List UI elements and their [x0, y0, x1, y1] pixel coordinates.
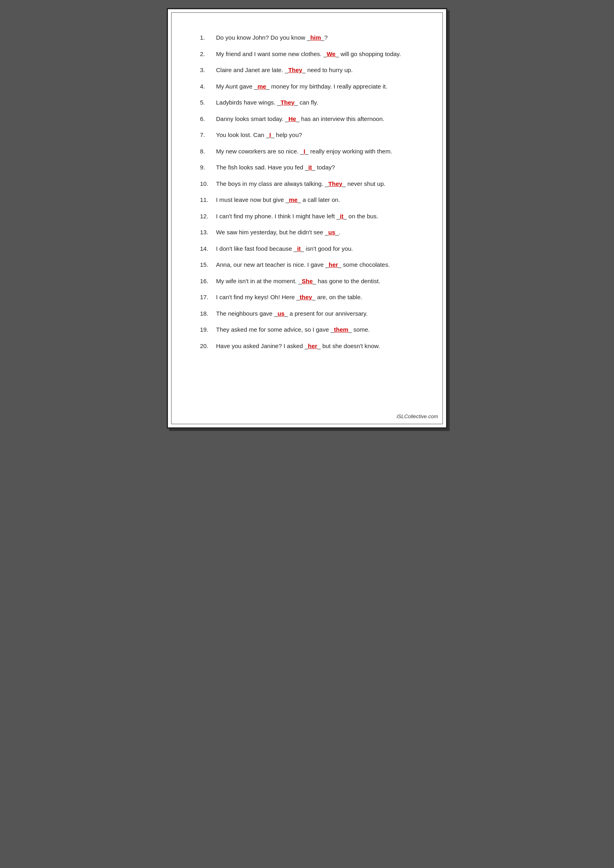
sentence-number: 8.: [200, 147, 216, 156]
sentence-text: We saw him yesterday, but he didn't see …: [216, 228, 422, 237]
pronoun-highlight: him: [310, 34, 321, 41]
sentences-list: 1.Do you know John? Do you know _him_?2.…: [200, 33, 422, 350]
sentence-number: 15.: [200, 260, 216, 270]
pronoun-highlight: us: [328, 229, 335, 236]
sentence-text: I can't find my phone. I think I might h…: [216, 212, 422, 221]
sentence-number: 18.: [200, 309, 216, 318]
sentence-number: 3.: [200, 66, 216, 75]
sentence-text: Claire and Janet are late. _They_ need t…: [216, 66, 422, 75]
list-item: 19.They asked me for some advice, so I g…: [200, 325, 422, 334]
list-item: 18.The neighbours gave _us_ a present fo…: [200, 309, 422, 318]
pronoun-highlight: We: [327, 50, 335, 57]
pronoun-highlight: me: [289, 196, 298, 203]
sentence-text: Anna, our new art teacher is nice. I gav…: [216, 260, 422, 270]
list-item: 10.The boys in my class are always talki…: [200, 179, 422, 189]
watermark: iSLCollective.com: [397, 413, 438, 419]
sentence-text: Have you asked Janine? I asked _her_ but…: [216, 342, 422, 351]
pronoun-highlight: They: [288, 66, 302, 73]
list-item: 15.Anna, our new art teacher is nice. I …: [200, 260, 422, 270]
pronoun-highlight: us: [277, 310, 285, 317]
list-item: 1.Do you know John? Do you know _him_?: [200, 33, 422, 42]
list-item: 12.I can't find my phone. I think I migh…: [200, 212, 422, 221]
sentence-number: 7.: [200, 131, 216, 140]
pronoun-highlight: it: [340, 213, 343, 220]
list-item: 11.I must leave now but give _me_ a call…: [200, 195, 422, 205]
sentence-number: 20.: [200, 342, 216, 351]
sentence-number: 12.: [200, 212, 216, 221]
sentence-number: 16.: [200, 277, 216, 286]
sentence-text: Ladybirds have wings. _They_ can fly.: [216, 98, 422, 107]
sentence-number: 14.: [200, 244, 216, 254]
list-item: 8.My new coworkers are so nice. _I_ real…: [200, 147, 422, 156]
sentence-number: 17.: [200, 293, 216, 302]
list-item: 9.The fish looks sad. Have you fed _it_ …: [200, 163, 422, 172]
sentence-text: My friend and I want some new clothes. _…: [216, 50, 422, 59]
sentence-number: 13.: [200, 228, 216, 237]
sentence-number: 9.: [200, 163, 216, 172]
list-item: 20.Have you asked Janine? I asked _her_ …: [200, 342, 422, 351]
pronoun-highlight: them: [334, 326, 348, 333]
page: 1.Do you know John? Do you know _him_?2.…: [167, 8, 447, 429]
pronoun-highlight: her: [329, 261, 338, 268]
sentence-number: 19.: [200, 325, 216, 334]
sentence-number: 4.: [200, 82, 216, 91]
sentence-number: 5.: [200, 98, 216, 107]
pronoun-highlight: They: [328, 180, 342, 187]
sentence-number: 6.: [200, 115, 216, 124]
sentence-number: 11.: [200, 195, 216, 205]
sentence-number: 2.: [200, 50, 216, 59]
pronoun-highlight: They: [281, 99, 295, 106]
sentence-number: 10.: [200, 179, 216, 189]
list-item: 4.My Aunt gave _me_ money for my birthda…: [200, 82, 422, 91]
sentence-text: My wife isn't in at the moment. _She_ ha…: [216, 277, 422, 286]
pronoun-highlight: they: [300, 294, 312, 300]
sentence-text: You look lost. Can _I_ help you?: [216, 131, 422, 140]
pronoun-highlight: me: [257, 83, 266, 90]
list-item: 2.My friend and I want some new clothes.…: [200, 50, 422, 59]
pronoun-highlight: I: [269, 131, 271, 138]
pronoun-highlight: I: [303, 148, 305, 155]
sentence-number: 1.: [200, 33, 216, 42]
list-item: 6.Danny looks smart today. _He_ has an i…: [200, 115, 422, 124]
sentence-text: My new coworkers are so nice. _I_ really…: [216, 147, 422, 156]
pronoun-highlight: it: [308, 164, 312, 171]
list-item: 14.I don't like fast food because _it_ i…: [200, 244, 422, 254]
pronoun-highlight: her: [308, 342, 317, 349]
sentence-text: They asked me for some advice, so I gave…: [216, 325, 422, 334]
sentence-text: The neighbours gave _us_ a present for o…: [216, 309, 422, 318]
list-item: 17.I can't find my keys! Oh! Here _they_…: [200, 293, 422, 302]
sentence-text: I must leave now but give _me_ a call la…: [216, 195, 422, 205]
sentence-text: Danny looks smart today. _He_ has an int…: [216, 115, 422, 124]
sentence-text: I can't find my keys! Oh! Here _they_ ar…: [216, 293, 422, 302]
list-item: 7.You look lost. Can _I_ help you?: [200, 131, 422, 140]
sentence-text: The boys in my class are always talking.…: [216, 179, 422, 189]
sentence-text: Do you know John? Do you know _him_?: [216, 33, 422, 42]
pronoun-highlight: it: [297, 245, 301, 252]
list-item: 13.We saw him yesterday, but he didn't s…: [200, 228, 422, 237]
pronoun-highlight: She: [302, 278, 313, 284]
sentence-text: I don't like fast food because _it_ isn'…: [216, 244, 422, 254]
list-item: 16.My wife isn't in at the moment. _She_…: [200, 277, 422, 286]
sentence-text: The fish looks sad. Have you fed _it_ to…: [216, 163, 422, 172]
sentence-text: My Aunt gave _me_ money for my birthday.…: [216, 82, 422, 91]
list-item: 5.Ladybirds have wings. _They_ can fly.: [200, 98, 422, 107]
pronoun-highlight: He: [289, 115, 296, 122]
list-item: 3.Claire and Janet are late. _They_ need…: [200, 66, 422, 75]
